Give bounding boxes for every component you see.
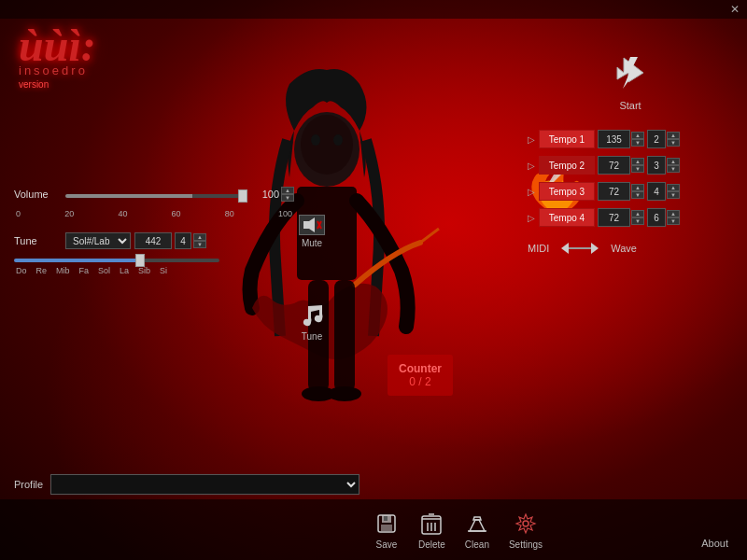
close-button[interactable]: ✕ [727, 2, 742, 17]
tick-100: 100 [278, 209, 292, 218]
tempo-3-bpm-spin: ▲ ▼ [631, 184, 644, 199]
svg-point-27 [523, 521, 529, 526]
tick-80: 80 [225, 209, 234, 218]
tempo-1-bpm-down[interactable]: ▼ [631, 139, 644, 147]
midi-label: MIDI [528, 243, 549, 254]
midi-wave-toggle[interactable] [557, 241, 603, 256]
clean-button[interactable]: Clean [464, 511, 490, 550]
tune-frequency-input[interactable] [134, 232, 172, 249]
tempo-2-bpm-down[interactable]: ▼ [631, 165, 644, 173]
delete-button[interactable]: Delete [418, 511, 445, 550]
svg-line-5 [420, 229, 439, 243]
save-button[interactable]: Save [374, 511, 400, 550]
tick-60: 60 [172, 209, 181, 218]
tempo-3-beat-input[interactable] [647, 182, 666, 201]
tempo-3-beat-up[interactable]: ▲ [667, 184, 680, 191]
tune-semitone-input[interactable] [175, 232, 191, 249]
tempo-4-bpm-up[interactable]: ▲ [631, 210, 644, 217]
tempo-3-bpm-down[interactable]: ▼ [631, 191, 644, 199]
tick-20: 20 [64, 209, 74, 218]
mute-button[interactable] [299, 215, 325, 235]
logo-main: ùùì: [19, 23, 205, 68]
tune-slider[interactable] [14, 259, 219, 262]
tune-control-row: Tune Sol#/Lab ▲ ▼ [14, 232, 294, 249]
settings-label: Settings [509, 539, 543, 550]
character-art [187, 56, 467, 504]
tune-up-btn[interactable]: ▲ [193, 233, 206, 241]
tempo-2-beat-down[interactable]: ▼ [667, 165, 680, 173]
logo-version: version [19, 79, 205, 90]
start-button[interactable] [616, 56, 644, 96]
tempo-4-play-btn[interactable]: ▷ [528, 213, 535, 223]
note-la: La [120, 266, 129, 275]
clean-icon [464, 511, 490, 537]
app-window: ✕ ùùì: insoedro version [0, 0, 747, 560]
tempo-1-play-btn[interactable]: ▷ [528, 134, 535, 145]
tune-slider-container [14, 253, 219, 264]
counter-title: Counter [399, 362, 442, 375]
tempo-3-beat-spin: ▲ ▼ [667, 184, 680, 199]
tempo-4-beat-input[interactable] [647, 208, 666, 227]
tempo-row-2: ▷ Tempo 2 ▲ ▼ ▲ ▼ [528, 156, 733, 175]
settings-button[interactable]: Settings [509, 511, 543, 550]
tempo-1-beat-input[interactable] [647, 130, 666, 148]
mute-area: Mute [299, 215, 325, 248]
tempo-3-play-btn[interactable]: ▷ [528, 187, 535, 197]
tempo-4-name-btn[interactable]: Tempo 4 [539, 208, 595, 227]
svg-marker-14 [561, 243, 569, 254]
tempo-1-beat-up[interactable]: ▲ [667, 132, 680, 139]
tempo-1-bpm-up[interactable]: ▲ [631, 132, 644, 139]
tempo-row-3: ▷ Tempo 3 ▲ ▼ ▲ ▼ [528, 182, 733, 201]
tempo-row-4: ▷ Tempo 4 ▲ ▼ ▲ ▼ [528, 208, 733, 227]
tempo-4-beat-up[interactable]: ▲ [667, 210, 680, 217]
counter-value: 0 / 2 [399, 375, 442, 388]
tune-button[interactable] [299, 303, 325, 329]
volume-label: Volume [14, 189, 65, 200]
tempo-1-bpm-spin: ▲ ▼ [631, 132, 644, 147]
volume-up-btn[interactable]: ▲ [281, 187, 294, 194]
tempo-1-name-btn[interactable]: Tempo 1 [539, 130, 595, 148]
tune-icon-label: Tune [302, 331, 322, 342]
settings-icon [513, 511, 539, 537]
tempo-2-play-btn[interactable]: ▷ [528, 161, 535, 171]
bottom-toolbar: Save Delete [0, 499, 747, 560]
svg-point-2 [311, 134, 320, 146]
tempo-3-bpm-up[interactable]: ▲ [631, 184, 644, 191]
about-button[interactable]: About [701, 538, 728, 549]
svg-point-1 [301, 115, 353, 175]
tempo-4-beat-down[interactable]: ▼ [667, 217, 680, 225]
tempo-2-name-btn[interactable]: Tempo 2 [539, 156, 595, 175]
title-bar: ✕ [0, 0, 747, 19]
note-si: Si [160, 266, 167, 275]
tempo-4-bpm-down[interactable]: ▼ [631, 217, 644, 225]
svg-marker-10 [303, 217, 315, 232]
tempo-2-beat-up[interactable]: ▲ [667, 158, 680, 165]
tempo-3-bpm-input[interactable] [598, 182, 630, 201]
tempo-3-name-btn[interactable]: Tempo 3 [539, 182, 595, 201]
svg-rect-19 [381, 525, 392, 531]
tune-note-select[interactable]: Sol#/Lab [65, 232, 131, 249]
svg-point-3 [333, 134, 343, 146]
profile-dropdown[interactable] [50, 474, 359, 495]
logo-sub: insoedro [19, 63, 205, 77]
volume-slider[interactable] [65, 194, 247, 198]
tempo-2-bpm-up[interactable]: ▲ [631, 158, 644, 165]
volume-down-btn[interactable]: ▼ [281, 194, 294, 202]
tempo-4-bpm-input[interactable] [598, 208, 630, 227]
tempo-1-bpm-input[interactable] [598, 130, 630, 148]
tempo-2-beat-input[interactable] [647, 156, 666, 175]
tempo-4-beat-spin: ▲ ▼ [667, 210, 680, 225]
tune-down-btn[interactable]: ▼ [193, 241, 206, 248]
tempo-row-1: ▷ Tempo 1 ▲ ▼ ▲ ▼ [528, 130, 733, 148]
tempo-1-beat-down[interactable]: ▼ [667, 139, 680, 147]
note-fa: Fa [79, 266, 90, 275]
tempo-2-bpm-input[interactable] [598, 156, 630, 175]
profile-area: Profile [14, 474, 359, 495]
right-panel: Start ▷ Tempo 1 ▲ ▼ ▲ ▼ ▷ Tempo 2 [528, 56, 733, 256]
tempo-4-bpm-spin: ▲ ▼ [631, 210, 644, 225]
svg-marker-15 [591, 243, 599, 254]
tick-0: 0 [16, 209, 21, 218]
tempo-3-beat-down[interactable]: ▼ [667, 191, 680, 199]
volume-slider-container [65, 189, 247, 200]
note-sib: Sib [138, 266, 150, 275]
